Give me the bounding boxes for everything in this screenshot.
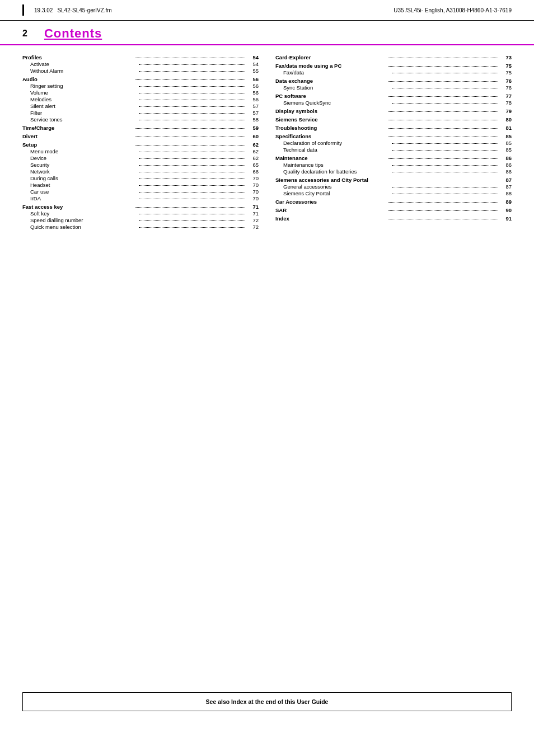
toc-page: 70	[247, 175, 259, 181]
toc-entry: Car Accessories89	[275, 199, 512, 205]
toc-page: 62	[247, 155, 259, 161]
left-column: Profiles54Activate54Without Alarm55Audio…	[22, 52, 259, 231]
right-column: Card-Explorer73Fax/data mode using a PC7…	[275, 52, 512, 231]
toc-label: Siemens City Portal	[283, 190, 390, 196]
toc-label: Headset	[30, 182, 137, 188]
toc-label: Technical data	[283, 147, 390, 153]
toc-page: 73	[500, 54, 512, 60]
toc-entry: Siemens City Portal88	[275, 190, 512, 196]
toc-page: 85	[500, 147, 512, 153]
header-left-group: 19.3.02 SL42-SL45-gerIVZ.fm	[22, 4, 112, 16]
toc-entry: Audio56	[22, 76, 259, 82]
toc-page: 54	[247, 61, 259, 67]
toc-label: Sync Station	[283, 84, 390, 91]
toc-page: 56	[247, 76, 259, 82]
toc-entry: Quality declaration for batteries86	[275, 168, 512, 175]
toc-dots	[139, 179, 245, 179]
toc-page: 78	[500, 100, 512, 106]
toc-dots	[139, 64, 245, 65]
toc-label: Speed dialling number	[30, 217, 137, 223]
toc-page: 72	[247, 224, 259, 230]
footer-text: See also Index at the end of this User G…	[206, 698, 329, 705]
toc-entry: Quick menu selection72	[22, 224, 259, 230]
toc-dots	[388, 158, 498, 159]
toc-dots	[392, 165, 498, 166]
toc-dots	[139, 113, 245, 114]
toc-page: 85	[500, 133, 512, 139]
toc-label: Specifications	[275, 133, 386, 139]
toc-entry: Silent alert57	[22, 103, 259, 109]
toc-label: Siemens accessories and City Portal	[275, 177, 388, 183]
toc-dots	[139, 120, 245, 120]
toc-dots	[139, 165, 245, 166]
toc-label: Siemens QuickSync	[283, 100, 390, 106]
toc-dots	[135, 137, 245, 137]
toc-entry: Index91	[275, 215, 512, 222]
toc-page: 55	[247, 68, 259, 74]
toc-entry: Siemens Service80	[275, 116, 512, 123]
top-header: 19.3.02 SL42-SL45-gerIVZ.fm U35 /SL45i- …	[0, 0, 534, 21]
toc-dots	[388, 210, 498, 211]
toc-entry: SAR90	[275, 207, 512, 213]
toc-label: Fast access key	[22, 204, 133, 210]
toc-entry: Device62	[22, 155, 259, 161]
toc-entry: Time/Charge59	[22, 125, 259, 131]
toc-entry: Filter57	[22, 110, 259, 116]
toc-page: 90	[500, 207, 512, 213]
toc-page: 77	[500, 93, 512, 99]
header-filename: SL42-SL45-gerIVZ.fm	[57, 7, 111, 13]
toc-page: 86	[500, 155, 512, 161]
toc-entry: Siemens accessories and City Portal87	[275, 177, 512, 183]
toc-page: 86	[500, 168, 512, 175]
toc-label: During calls	[30, 175, 137, 181]
toc-page: 79	[500, 108, 512, 114]
toc-entry: Troubleshooting81	[275, 125, 512, 131]
toc-entry: Melodies56	[22, 96, 259, 102]
toc-dots	[392, 103, 498, 104]
toc-label: Ringer setting	[30, 83, 137, 89]
toc-dots	[392, 187, 498, 187]
toc-dots	[139, 185, 245, 186]
toc-entry: Setup62	[22, 142, 259, 148]
toc-page: 87	[500, 184, 512, 190]
toc-entry: Car use70	[22, 189, 259, 195]
toc-entry: IrDA70	[22, 195, 259, 201]
header-model-info: U35 /SL45i- English, A31008-H4860-A1-3-7…	[394, 7, 512, 13]
toc-label: Network	[30, 168, 137, 175]
toc-label: Fax/data	[283, 69, 390, 76]
toc-dots	[392, 172, 498, 172]
toc-page: 66	[247, 168, 259, 175]
toc-page: 76	[500, 78, 512, 84]
toc-dots	[388, 137, 498, 137]
toc-page: 57	[247, 110, 259, 116]
footer-area: See also Index at the end of this User G…	[22, 692, 512, 711]
toc-entry: Fast access key71	[22, 204, 259, 210]
toc-label: Without Alarm	[30, 68, 137, 74]
toc-entry: Activate54	[22, 61, 259, 67]
toc-page: 80	[500, 116, 512, 123]
toc-page: 62	[247, 142, 259, 148]
main-content: Profiles54Activate54Without Alarm55Audio…	[0, 52, 534, 231]
toc-page: 70	[247, 189, 259, 195]
toc-label: Car use	[30, 189, 137, 195]
toc-entry: Display symbols79	[275, 108, 512, 114]
toc-label: Soft key	[30, 210, 137, 217]
toc-label: Activate	[30, 61, 137, 67]
toc-label: Quick menu selection	[30, 224, 137, 230]
toc-label: PC software	[275, 93, 386, 99]
toc-entry: Siemens QuickSync78	[275, 100, 512, 106]
toc-entry: Card-Explorer73	[275, 54, 512, 60]
toc-label: Melodies	[30, 96, 137, 102]
toc-page: 57	[247, 103, 259, 109]
toc-dots	[139, 158, 245, 159]
toc-entry: Maintenance tips86	[275, 162, 512, 168]
toc-dots	[388, 202, 498, 203]
toc-page: 59	[247, 125, 259, 131]
toc-entry: Fax/data75	[275, 69, 512, 76]
toc-dots	[139, 227, 245, 228]
toc-page: 54	[247, 54, 259, 60]
toc-page: 58	[247, 116, 259, 123]
toc-dots	[388, 120, 498, 120]
toc-label: Data exchange	[275, 78, 386, 84]
toc-page: 70	[247, 182, 259, 188]
